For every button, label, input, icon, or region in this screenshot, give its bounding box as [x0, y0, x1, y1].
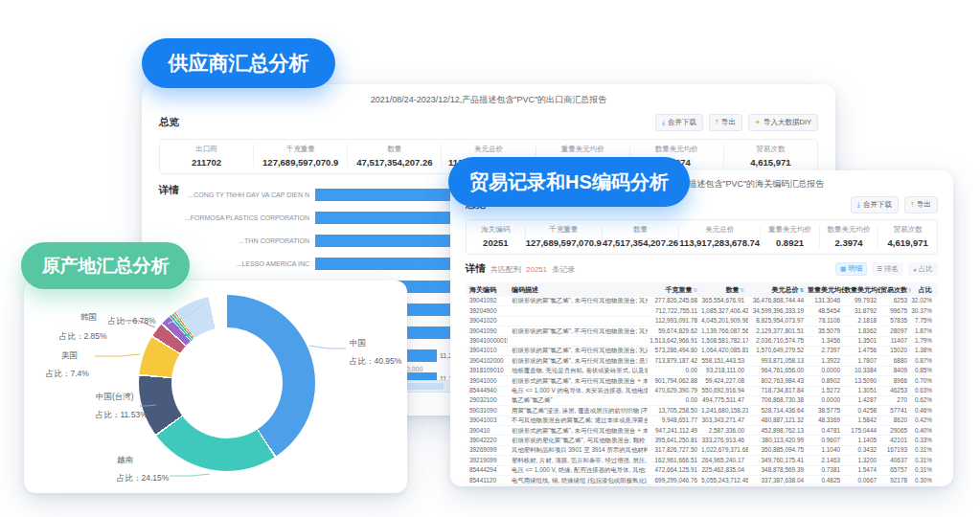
- table-cell: 5,055,243,712.46: [701, 478, 748, 483]
- pill-origin-label: 原产地汇总分析: [42, 254, 170, 279]
- table-cell: 38.5775: [808, 408, 844, 414]
- table-cell: 390410: [466, 428, 508, 434]
- table-cell: 112,993,091.78: [648, 318, 701, 324]
- table-cell: 528,714,436.64: [748, 408, 808, 414]
- stat-value: 47,517,354,207.26: [348, 157, 441, 168]
- table-row[interactable]: 39041000初级形式的聚"氯乙烯", 未与任何其他物质混合 + 未指明浓缩份…: [466, 376, 938, 386]
- stat-value: 20251: [467, 237, 525, 248]
- table-cell: 42101: [880, 438, 911, 443]
- table-cell: 10.3384: [844, 368, 880, 373]
- table-cell: 1,064,420,085.81: [701, 348, 748, 353]
- table-cell: 初级形式的聚"氯乙烯", 未与任何其他物质混合 + 未指明浓缩份量 +: [508, 428, 648, 434]
- table-cell: 1.3200: [844, 458, 880, 463]
- table-header-cell[interactable]: 美元总价⇅: [748, 285, 808, 295]
- table-cell: 277,826,245.68: [648, 298, 701, 303]
- table-cell: 1.1040: [808, 447, 844, 453]
- table-cell: 1.4287: [844, 397, 880, 403]
- table-cell: 550,692,916.94: [701, 388, 748, 393]
- diy-import-button[interactable]: ✦ 导入大数据DIY: [748, 114, 818, 131]
- table-cell: 1.5474: [844, 467, 880, 473]
- origin-label-china-pct: 占比：40.95%: [350, 356, 401, 367]
- hs-details-label: 详情: [466, 262, 486, 276]
- table-row[interactable]: 39269099其他塑料制品和项目 3901 至 3914 所示的其他材料制品 …: [466, 446, 938, 456]
- table-cell: 0.31%: [911, 447, 936, 453]
- stat-label: 贸易次数: [878, 225, 937, 235]
- stat-label: 千克重量: [254, 145, 347, 154]
- table-cell: 0.31%: [911, 467, 936, 473]
- table-row[interactable]: 39204900712,722,755.111,085,327,406.4234…: [466, 306, 938, 316]
- view-toggle-grid[interactable]: ▦明细: [835, 262, 867, 276]
- table-row[interactable]: 390410初级形式的聚"氯乙烯", 未与任何其他物质混合 + 未指明浓缩份量 …: [466, 426, 938, 436]
- table-cell: 470,629,390.79: [648, 388, 701, 393]
- table-row[interactable]: 85441120电气用绕组线, 铜, 绝缘绕组 (包括漆包或阳极氧化) 电缆, …: [466, 476, 938, 485]
- table-row[interactable]: 39041003不与其他物质混合的聚氯乙烯; 通过本体或悬浮聚合工艺获得的聚氯乙…: [466, 416, 938, 426]
- table-row[interactable]: 39042220初级形状的塑化聚"氯乙烯", 与其他物质混合; 颗粒395,64…: [466, 436, 938, 445]
- table-cell: 85444294: [466, 467, 508, 473]
- table-row[interactable]: 3904102000初级形状的聚"氯乙烯", 未与任何其他物质混合; 悬浮级 P…: [466, 356, 938, 366]
- table-cell: 3904102000: [466, 358, 508, 364]
- origin-donut-chart[interactable]: [139, 295, 315, 471]
- table-row[interactable]: 85444294电压 <= 1,000 V, 绝缘, 配有连接器的电导体, 其他…: [466, 466, 938, 476]
- origin-label-vietnam-pct: 占比：24.15%: [117, 473, 169, 483]
- table-cell: 85444940: [466, 388, 508, 393]
- stat-value: 113,917,283,678.74: [679, 237, 760, 248]
- table-cell: 1.79%: [911, 338, 936, 344]
- table-cell: 0.30%: [911, 478, 936, 483]
- table-cell: 2,036,710,574.75: [748, 338, 808, 344]
- hs-export-button[interactable]: ⤒ 导出: [904, 196, 938, 214]
- table-row[interactable]: 59031090用聚"氯乙烯"浸渍, 涂层, 覆盖或层压的纺织织物 (不包括用聚…: [466, 406, 938, 416]
- sort-icon[interactable]: ⇅: [799, 287, 804, 293]
- table-row[interactable]: 39041090初级形状的聚"氯乙烯", 不与任何其他物质混合; 其他型 (氯乙…: [466, 326, 938, 336]
- table-cell: 0.40%: [911, 428, 936, 434]
- table-cell: 0.3432: [844, 447, 880, 453]
- table-cell: 1.3456: [808, 338, 844, 344]
- table-cell: 1.38%: [911, 348, 936, 353]
- hs-view-toggles: ▦明细☰排名◕占比: [835, 262, 938, 276]
- view-toggle-list[interactable]: ☰排名: [872, 262, 903, 276]
- merge-download-label: 合并下载: [668, 118, 696, 127]
- table-row[interactable]: 39041092初级形状的聚"氯乙烯", 未与任何其他物质混合; 其他: 粉末2…: [466, 297, 938, 306]
- stat-cell: 数量美元均价2.3974: [819, 225, 878, 248]
- table-row[interactable]: 3918109010地板覆盖物, 无论是否自粘, 卷状或瓷砖形式, 以及墙壁或天…: [466, 367, 938, 376]
- merge-download-button[interactable]: ⤓ 合并下载: [655, 114, 703, 131]
- table-header-cell: 数量美元均价: [844, 285, 880, 295]
- table-cell: 337,387,638.04: [748, 478, 808, 483]
- sort-icon[interactable]: ⇅: [693, 287, 697, 293]
- table-cell: 0.00: [648, 397, 701, 403]
- table-cell: 7.75%: [911, 318, 936, 324]
- table-cell: 2,587,336.00: [701, 428, 748, 434]
- table-cell: 28097: [880, 328, 911, 334]
- diy-label: 导入大数据DIY: [763, 118, 811, 127]
- table-cell: 15020: [880, 348, 911, 353]
- table-cell: 初级形状的塑化聚"氯乙烯", 与其他物质混合; 颗粒: [508, 438, 648, 443]
- table-cell: 46253: [880, 388, 911, 393]
- stat-label: 重量美元均价: [761, 225, 819, 235]
- table-cell: 494,775,511.47: [701, 397, 748, 403]
- table-row[interactable]: 85444940电压 <= 1,000 V 的电导体, 未安装连接器, 其他电缆…: [466, 387, 938, 396]
- view-toggle-pie[interactable]: ◕占比: [908, 262, 938, 276]
- table-cell: 48.3369: [808, 417, 844, 423]
- pill-trade-hs-analysis: 贸易记录和HS编码分析: [448, 157, 690, 207]
- table-header-cell[interactable]: 千克重量⇅: [648, 285, 701, 295]
- table-cell: 93,218,111.00: [701, 368, 748, 373]
- table-cell: 0.7381: [808, 467, 844, 473]
- table-cell: 1.4756: [844, 348, 880, 353]
- stat-label: 出口商: [160, 145, 253, 154]
- table-header-cell[interactable]: 贸易次数⇅: [880, 285, 911, 295]
- table-row[interactable]: 39041010初级形状的聚"氯乙烯", 未与任何其他物质混合; 乳液级 PVC…: [466, 347, 938, 356]
- hs-merge-download-button[interactable]: ⤓ 合并下载: [851, 196, 899, 214]
- table-row[interactable]: 39219099塑料板材, 片材, 薄膜, 箔片和条带, 经过增强, 层压, 支…: [466, 456, 938, 465]
- table-row[interactable]: 3904100000191,513,642,966.911,508,581,78…: [466, 337, 938, 347]
- stat-cell: 千克重量127,689,597,070.9: [253, 145, 347, 168]
- sort-icon[interactable]: ⇅: [740, 287, 744, 293]
- table-cell: 0.00: [648, 368, 701, 373]
- export-button[interactable]: ⤒ 导出: [709, 114, 742, 131]
- table-header-cell[interactable]: 数量⇅: [701, 285, 748, 295]
- stat-label: 海关编码: [467, 225, 525, 235]
- table-cell: 1.3051: [844, 388, 880, 393]
- table-row[interactable]: 29032100氯乙烯"氯乙烯"0.00494,775,511.47706,86…: [466, 396, 938, 406]
- table-cell: 706,868,730.38: [748, 397, 808, 403]
- grid-icon: ▦: [840, 265, 846, 273]
- table-cell: 0.85%: [911, 368, 936, 373]
- table-row[interactable]: 39041020112,993,091.784,045,201,909.968,…: [466, 317, 938, 326]
